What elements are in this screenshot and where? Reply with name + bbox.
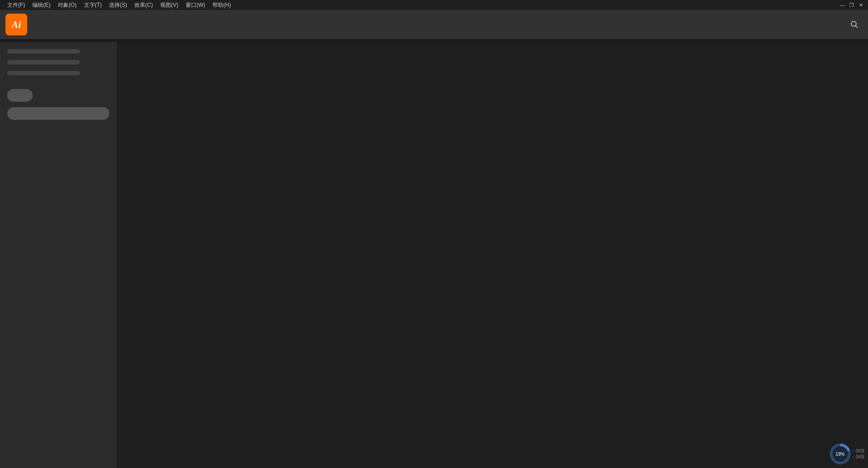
download-stat: ↓ 0KB: [853, 454, 864, 459]
menu-window[interactable]: 窗口(W): [182, 0, 209, 10]
loading-bar-2: [7, 60, 80, 64]
title-bar: 文件(F) 编辑(E) 对象(O) 文字(T) 选择(S) 效果(C) 视图(V…: [0, 0, 868, 10]
menu-view[interactable]: 视图(V): [157, 0, 182, 10]
menu-object[interactable]: 对象(O): [54, 0, 80, 10]
zoom-value: 19%: [836, 452, 845, 457]
canvas-area: [117, 42, 868, 468]
menu-select[interactable]: 选择(S): [105, 0, 131, 10]
main-area: [0, 42, 868, 468]
menu-file[interactable]: 文件(F): [4, 0, 29, 10]
menu-edit[interactable]: 编辑(E): [29, 0, 54, 10]
loading-bar-1: [7, 49, 80, 54]
menu-text[interactable]: 文字(T): [80, 0, 105, 10]
menu-effect[interactable]: 效果(C): [131, 0, 157, 10]
download-value: 0KB: [856, 454, 864, 459]
upload-stat: ↑ 0KB: [853, 448, 864, 453]
network-stats: ↑ 0KB ↓ 0KB: [853, 448, 864, 459]
header: Ai: [0, 10, 868, 39]
loading-button-2[interactable]: [7, 107, 109, 120]
loading-bar-3: [7, 71, 80, 75]
minimize-button[interactable]: —: [839, 1, 846, 9]
app-logo: Ai: [5, 14, 27, 35]
menu-help[interactable]: 帮助(H): [209, 0, 235, 10]
svg-line-1: [856, 26, 858, 28]
close-button[interactable]: ✕: [857, 1, 864, 9]
restore-button[interactable]: ❐: [848, 1, 855, 9]
window-controls: — ❐ ✕: [839, 1, 864, 9]
left-panel: [0, 42, 117, 468]
menu-bar: 文件(F) 编辑(E) 对象(O) 文字(T) 选择(S) 效果(C) 视图(V…: [4, 0, 235, 10]
zoom-indicator: 19%: [830, 443, 851, 464]
upload-value: 0KB: [856, 448, 864, 453]
search-button[interactable]: [848, 18, 861, 31]
zoom-inner: 19%: [833, 446, 848, 462]
upload-arrow: ↑: [853, 449, 855, 453]
status-bar: 19% ↑ 0KB ↓ 0KB: [830, 443, 864, 464]
download-arrow: ↓: [853, 455, 855, 459]
loading-button-1[interactable]: [7, 89, 33, 102]
app-logo-text: Ai: [12, 19, 21, 30]
loading-bars-group: [7, 49, 109, 75]
